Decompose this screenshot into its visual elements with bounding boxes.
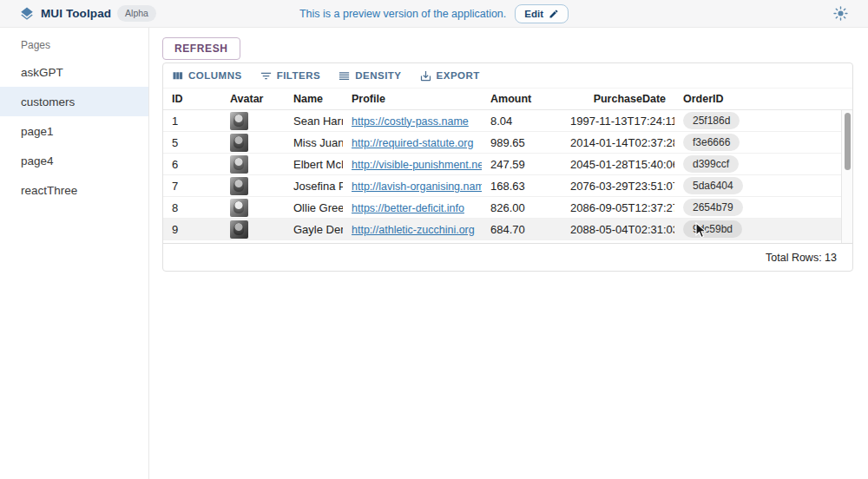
- cell-purchase-date: 2086-09-05T12:37:27.015Z: [562, 201, 674, 214]
- table-row[interactable]: 1Sean Harrishttps://costly-pass.name8.04…: [163, 110, 841, 132]
- avatar: [230, 220, 248, 239]
- columns-button[interactable]: COLUMNS: [171, 69, 242, 82]
- cell-name: Ollie Green...: [285, 201, 343, 214]
- cell-order-id: 5da6404: [674, 177, 841, 194]
- profile-link[interactable]: https://costly-pass.name: [352, 115, 469, 128]
- cell-profile: https://better-deficit.info: [343, 201, 482, 214]
- toolpad-logo-icon: [19, 6, 35, 22]
- sidebar-section-label: Pages: [0, 28, 148, 57]
- cell-avatar: [221, 134, 285, 152]
- sidebar-list: askGPTcustomerspage1page4reactThree: [0, 57, 148, 205]
- cell-name: Sean Harris: [285, 115, 343, 128]
- preview-text: This is a preview version of the applica…: [299, 8, 506, 20]
- grid-scroller: 1Sean Harrishttps://costly-pass.name8.04…: [163, 110, 852, 243]
- column-header-name[interactable]: Name: [285, 93, 343, 105]
- sidebar-item-customers[interactable]: customers: [0, 87, 148, 116]
- table-row[interactable]: 5Miss Juan ...http://required-statute.or…: [163, 132, 841, 154]
- table-row[interactable]: 6Elbert McL...http://visible-punishment.…: [163, 154, 841, 175]
- data-grid: COLUMNSFILTERSDENSITYEXPORT IDAvatarName…: [162, 62, 853, 272]
- table-row[interactable]: 9Gayle Den...http://athletic-zucchini.or…: [163, 219, 841, 240]
- avatar: [230, 177, 248, 195]
- column-header-id[interactable]: ID: [163, 93, 221, 105]
- export-button[interactable]: EXPORT: [419, 69, 480, 82]
- cell-order-id: f3e6666: [674, 134, 841, 151]
- order-id-chip[interactable]: f3e6666: [683, 134, 740, 151]
- cell-purchase-date: 1997-11-13T17:24:11.769Z: [562, 115, 674, 128]
- density-icon: [338, 69, 351, 82]
- order-id-chip[interactable]: d399ccf: [683, 155, 739, 173]
- cell-purchase-date: 2045-01-28T15:40:06.325Z: [562, 158, 674, 171]
- order-id-chip[interactable]: 9dc59bd: [683, 220, 742, 238]
- sun-icon: [833, 6, 848, 21]
- profile-link[interactable]: http://athletic-zucchini.org: [352, 224, 475, 236]
- table-row[interactable]: 8Ollie Green...https://better-deficit.in…: [163, 197, 841, 219]
- cell-avatar: [221, 199, 285, 217]
- profile-link[interactable]: http://lavish-organising.name: [352, 180, 482, 193]
- cell-amount: 989.65: [482, 136, 562, 149]
- sidebar-item-askGPT[interactable]: askGPT: [0, 57, 148, 87]
- edit-button-label: Edit: [524, 9, 543, 19]
- main-content: REFRESH COLUMNSFILTERSDENSITYEXPORT IDAv…: [149, 28, 868, 479]
- cell-amount: 826.00: [482, 201, 562, 214]
- total-rows-label: Total Rows: 13: [766, 252, 837, 264]
- order-id-chip[interactable]: 2654b79: [683, 199, 743, 216]
- avatar: [230, 134, 248, 152]
- sidebar-item-page4[interactable]: page4: [0, 146, 148, 175]
- toolbar-button-label: COLUMNS: [188, 70, 242, 81]
- cell-order-id: d399ccf: [674, 155, 841, 173]
- edit-button[interactable]: Edit: [515, 4, 569, 23]
- cell-order-id: 25f186d: [674, 112, 841, 129]
- cell-amount: 684.70: [482, 223, 562, 236]
- sidebar: Pages askGPTcustomerspage1page4reactThre…: [0, 28, 149, 479]
- column-header-avatar[interactable]: Avatar: [221, 93, 285, 105]
- cell-id: 8: [163, 201, 221, 214]
- cell-name: Elbert McL...: [285, 158, 343, 171]
- column-header-profile[interactable]: Profile: [343, 93, 482, 105]
- table-row[interactable]: 7Josefina P...http://lavish-organising.n…: [163, 175, 841, 197]
- cell-amount: 168.63: [482, 180, 562, 193]
- filter-list-icon: [260, 69, 273, 82]
- cell-amount: 8.04: [482, 115, 562, 128]
- scrollbar-thumb[interactable]: [845, 113, 851, 170]
- grid-header-row: IDAvatarNameProfileAmountPurchaseDateOrd…: [163, 88, 852, 110]
- cell-id: 1: [163, 115, 221, 128]
- toolbar-button-label: DENSITY: [355, 70, 401, 81]
- sidebar-item-reactThree[interactable]: reactThree: [0, 175, 148, 205]
- refresh-button[interactable]: REFRESH: [162, 37, 240, 60]
- pencil-icon: [549, 9, 559, 19]
- cell-id: 7: [163, 180, 221, 193]
- cell-order-id: 2654b79: [674, 199, 841, 216]
- cell-profile: http://required-statute.org: [343, 136, 482, 149]
- grid-rows: 1Sean Harrishttps://costly-pass.name8.04…: [163, 110, 841, 243]
- avatar: [230, 155, 248, 174]
- view-column-icon: [171, 69, 184, 82]
- download-icon: [419, 69, 432, 82]
- vertical-scrollbar[interactable]: [841, 110, 852, 243]
- cell-purchase-date: 2014-01-14T02:37:28.536Z: [562, 136, 674, 149]
- profile-link[interactable]: https://better-deficit.info: [352, 202, 464, 214]
- order-id-chip[interactable]: 5da6404: [683, 177, 743, 194]
- filters-button[interactable]: FILTERS: [260, 69, 321, 82]
- cell-name: Josefina P...: [285, 180, 343, 193]
- cell-name: Miss Juan ...: [285, 136, 343, 149]
- cell-id: 5: [163, 136, 221, 149]
- cell-avatar: [221, 177, 285, 195]
- profile-link[interactable]: http://required-statute.org: [352, 137, 473, 149]
- order-id-chip[interactable]: 25f186d: [683, 112, 740, 129]
- cell-purchase-date: 2076-03-29T23:51:07.968Z: [562, 180, 674, 193]
- column-header-purchasedate[interactable]: PurchaseDate: [562, 93, 674, 105]
- toolbar-button-label: FILTERS: [277, 70, 321, 81]
- app-title: MUI Toolpad: [41, 7, 111, 20]
- profile-link[interactable]: http://visible-punishment.net: [352, 159, 482, 171]
- theme-toggle-button[interactable]: [830, 3, 851, 24]
- column-header-orderid[interactable]: OrderID: [674, 93, 852, 105]
- grid-toolbar: COLUMNSFILTERSDENSITYEXPORT: [163, 63, 852, 88]
- alpha-badge: Alpha: [117, 5, 156, 22]
- cell-name: Gayle Den...: [285, 223, 343, 236]
- cell-amount: 247.59: [482, 158, 562, 171]
- density-button[interactable]: DENSITY: [338, 69, 401, 82]
- cell-avatar: [221, 155, 285, 174]
- cell-id: 9: [163, 223, 221, 236]
- sidebar-item-page1[interactable]: page1: [0, 116, 148, 146]
- column-header-amount[interactable]: Amount: [482, 93, 562, 105]
